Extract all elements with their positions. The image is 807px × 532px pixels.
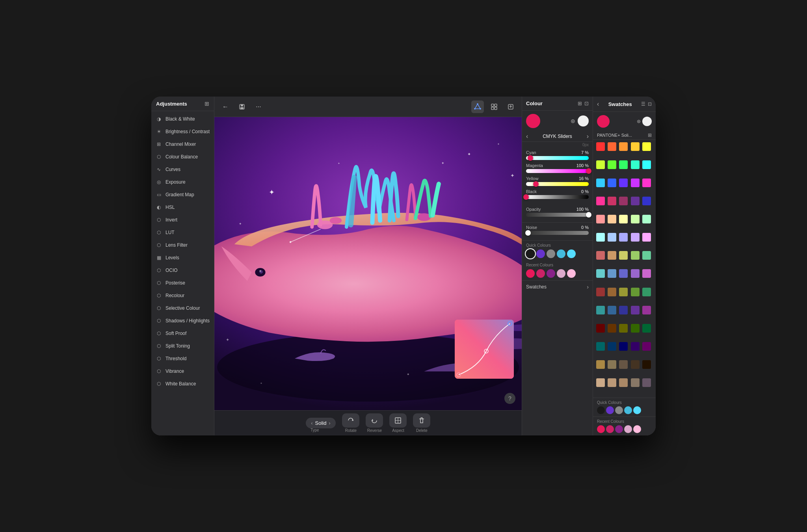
cmyk-next-arrow[interactable]: › bbox=[587, 133, 589, 140]
adj-item-invert[interactable]: ⬡ Invert bbox=[151, 214, 214, 226]
swatch-cell-32[interactable] bbox=[619, 251, 628, 260]
adj-item-soft-proof[interactable]: ⬡ Soft Proof bbox=[151, 327, 214, 340]
recent-colour-1[interactable] bbox=[536, 269, 545, 278]
swatch-cell-52[interactable] bbox=[619, 324, 628, 333]
dropper-icon[interactable]: ⊛ bbox=[571, 118, 575, 124]
delete-button[interactable] bbox=[413, 413, 430, 428]
adj-item-levels[interactable]: ▦ Levels bbox=[151, 251, 214, 264]
slider-track-1[interactable] bbox=[526, 169, 589, 173]
swatch-cell-68[interactable] bbox=[631, 378, 640, 387]
swatches-dropper-icon[interactable]: ⊛ bbox=[637, 119, 641, 124]
quick-colour-1[interactable] bbox=[536, 249, 545, 258]
sw-quick-colour-4[interactable] bbox=[633, 406, 641, 414]
adjustments-toggle-icon[interactable]: ⊞ bbox=[205, 100, 209, 107]
quick-colour-0[interactable] bbox=[526, 249, 535, 258]
swatch-cell-55[interactable] bbox=[596, 342, 605, 351]
swatch-cell-51[interactable] bbox=[608, 324, 616, 333]
slider-thumb-0[interactable] bbox=[528, 155, 533, 161]
swatch-cell-66[interactable] bbox=[608, 378, 616, 387]
adj-item-white-balance[interactable]: ⬡ White Balance bbox=[151, 378, 214, 390]
adj-item-curves[interactable]: ∿ Curves bbox=[151, 163, 214, 176]
adj-item-lut[interactable]: ⬡ LUT bbox=[151, 226, 214, 239]
reverse-button[interactable] bbox=[366, 413, 383, 428]
quick-colour-2[interactable] bbox=[547, 249, 555, 258]
swatch-cell-45[interactable] bbox=[596, 306, 605, 314]
slider-track-3[interactable] bbox=[526, 195, 589, 199]
sw-quick-colour-3[interactable] bbox=[624, 406, 632, 414]
swatch-cell-65[interactable] bbox=[596, 378, 605, 387]
swatch-cell-18[interactable] bbox=[631, 197, 640, 205]
swatch-cell-44[interactable] bbox=[642, 288, 651, 296]
colour-expand-icon[interactable]: ⊞ bbox=[578, 100, 582, 106]
swatch-cell-49[interactable] bbox=[642, 306, 651, 314]
swatch-cell-64[interactable] bbox=[642, 360, 651, 369]
adj-item-brightness--contrast[interactable]: ☀ Brightness / Contrast bbox=[151, 125, 214, 138]
swatch-cell-48[interactable] bbox=[631, 306, 640, 314]
swatch-cell-46[interactable] bbox=[608, 306, 616, 314]
swatch-cell-41[interactable] bbox=[608, 288, 616, 296]
adj-item-posterise[interactable]: ⬡ Posterise bbox=[151, 277, 214, 289]
sw-recent-colour-3[interactable] bbox=[624, 425, 632, 433]
swatch-cell-8[interactable] bbox=[631, 160, 640, 169]
swatch-cell-3[interactable] bbox=[631, 142, 640, 151]
swatch-cell-63[interactable] bbox=[631, 360, 640, 369]
swatches-list-icon[interactable]: ☰ bbox=[641, 101, 645, 107]
recent-colour-3[interactable] bbox=[557, 269, 565, 278]
sw-quick-colour-2[interactable] bbox=[615, 406, 623, 414]
swatch-cell-17[interactable] bbox=[619, 197, 628, 205]
swatch-cell-6[interactable] bbox=[608, 160, 616, 169]
swatch-cell-58[interactable] bbox=[631, 342, 640, 351]
swatch-cell-53[interactable] bbox=[631, 324, 640, 333]
slider-thumb-1[interactable] bbox=[586, 168, 591, 174]
recent-colour-2[interactable] bbox=[547, 269, 555, 278]
adj-item-ocio[interactable]: ⬡ OCIO bbox=[151, 264, 214, 277]
swatch-cell-21[interactable] bbox=[608, 215, 616, 223]
swatch-cell-9[interactable] bbox=[642, 160, 651, 169]
adj-item-recolour[interactable]: ⬡ Recolour bbox=[151, 289, 214, 302]
type-selector[interactable]: ‹ Solid › bbox=[306, 418, 336, 428]
swatch-cell-37[interactable] bbox=[619, 269, 628, 278]
swatch-cell-38[interactable] bbox=[631, 269, 640, 278]
swatch-cell-42[interactable] bbox=[619, 288, 628, 296]
quick-colour-4[interactable] bbox=[567, 249, 576, 258]
opacity-thumb[interactable] bbox=[586, 212, 591, 218]
primary-colour-swatch[interactable] bbox=[526, 114, 540, 128]
swatches-back-button[interactable]: ‹ bbox=[597, 100, 599, 108]
swatch-cell-13[interactable] bbox=[631, 179, 640, 187]
slider-track-2[interactable] bbox=[526, 182, 589, 186]
save-button[interactable] bbox=[236, 100, 248, 113]
swatch-cell-61[interactable] bbox=[608, 360, 616, 369]
swatches-secondary-swatch[interactable] bbox=[642, 117, 652, 126]
slider-track-0[interactable] bbox=[526, 156, 589, 160]
swatch-cell-36[interactable] bbox=[608, 269, 616, 278]
swatch-cell-4[interactable] bbox=[642, 142, 651, 151]
swatch-cell-24[interactable] bbox=[642, 215, 651, 223]
adj-item-hsl[interactable]: ◐ HSL bbox=[151, 201, 214, 214]
swatch-cell-57[interactable] bbox=[619, 342, 628, 351]
noise-track[interactable] bbox=[526, 231, 589, 235]
swatch-cell-29[interactable] bbox=[642, 233, 651, 242]
swatch-cell-14[interactable] bbox=[642, 179, 651, 187]
noise-thumb[interactable] bbox=[525, 230, 531, 236]
palette-grid-icon[interactable]: ⊞ bbox=[648, 132, 652, 138]
swatch-cell-69[interactable] bbox=[642, 378, 651, 387]
adj-item-shadows--highlights[interactable]: ⬡ Shadows / Highlights bbox=[151, 314, 214, 327]
swatch-cell-34[interactable] bbox=[642, 251, 651, 260]
back-button[interactable]: ← bbox=[219, 100, 232, 113]
adj-item-threshold[interactable]: ⬡ Threshold bbox=[151, 352, 214, 365]
swatch-cell-19[interactable] bbox=[642, 197, 651, 205]
sw-quick-colour-0[interactable] bbox=[597, 406, 605, 414]
gradient-thumbnail[interactable] bbox=[455, 320, 514, 379]
colour-detach-icon[interactable]: ⊡ bbox=[584, 100, 589, 106]
swatch-cell-15[interactable] bbox=[596, 197, 605, 205]
grid-button[interactable] bbox=[488, 100, 500, 113]
export-button[interactable] bbox=[504, 100, 517, 113]
swatch-cell-40[interactable] bbox=[596, 288, 605, 296]
swatch-cell-10[interactable] bbox=[596, 179, 605, 187]
cmyk-prev-arrow[interactable]: ‹ bbox=[526, 133, 528, 140]
swatch-cell-60[interactable] bbox=[596, 360, 605, 369]
aspect-button[interactable] bbox=[389, 413, 407, 428]
swatches-settings-icon[interactable]: ⊡ bbox=[648, 101, 652, 107]
swatch-cell-20[interactable] bbox=[596, 215, 605, 223]
sw-recent-colour-2[interactable] bbox=[615, 425, 623, 433]
